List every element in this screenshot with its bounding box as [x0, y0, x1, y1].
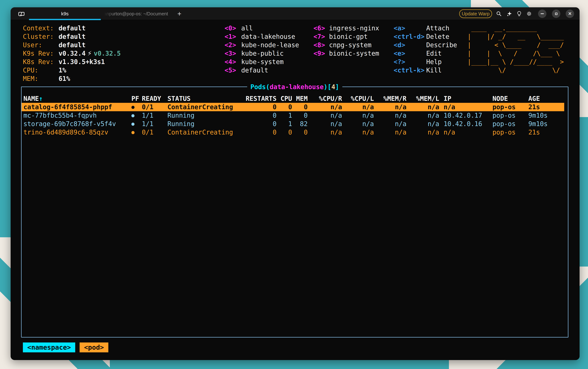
hotkey-ns-bionic-gpt[interactable]: <7>bionic-gpt: [313, 32, 379, 41]
pod-status-dot: ●: [131, 128, 140, 136]
upgrade-bolt-icon: ⚡: [86, 49, 94, 58]
lightbulb-icon[interactable]: [516, 10, 523, 17]
tabs-overview-icon[interactable]: [18, 11, 24, 16]
column-header-cpu-l[interactable]: %CPU/L: [342, 94, 374, 103]
sort-arrow-icon: ↑: [39, 95, 43, 102]
column-header-node[interactable]: NODE: [493, 94, 528, 103]
pod-status-dot: ●: [131, 111, 140, 120]
pod-status-dot: ●: [131, 103, 140, 111]
tab-k9s[interactable]: k9s: [28, 7, 102, 20]
search-icon[interactable]: [495, 10, 503, 17]
table-row-storage[interactable]: storage-69b7c8768f-v5f4v ● 1/1 Running 0…: [21, 120, 568, 128]
column-header-pf[interactable]: PF: [131, 94, 140, 103]
namespace-hotkeys-col2: <6>ingress-nginx <7>bionic-gpt <8>cnpg-s…: [313, 24, 379, 58]
namespace-hotkeys-col1: <0>all <1>data-lakehouse <2>kube-node-le…: [225, 24, 299, 74]
column-header-mem-l[interactable]: %MEM/L: [406, 94, 439, 103]
hotkey-ns-bionic-system[interactable]: <9>bionic-system: [313, 49, 379, 58]
hotkey-help[interactable]: <?>Help: [394, 58, 457, 66]
column-header-cpu[interactable]: CPU: [277, 94, 292, 103]
tab-bar: k9s anpurton@pop-os: ~/Document + Update…: [10, 7, 580, 20]
column-header-status[interactable]: STATUS: [165, 94, 242, 103]
cluster-info-panel: Context:default Cluster:default User:def…: [23, 24, 121, 83]
hotkey-ns-all[interactable]: <0>all: [225, 24, 299, 32]
k9s-terminal: Context:default Cluster:default User:def…: [10, 20, 580, 360]
column-header-mem[interactable]: MEM: [292, 94, 308, 103]
info-context: Context:default: [23, 24, 121, 32]
table-header-row: NAME↑ PF READY STATUS RESTARTS CPU MEM %…: [21, 94, 568, 103]
info-mem: MEM:61%: [23, 74, 121, 83]
column-header-name[interactable]: NAME↑: [23, 94, 131, 103]
column-header-mem-r[interactable]: %MEM/R: [374, 94, 406, 103]
new-tab-button[interactable]: +: [174, 7, 185, 20]
table-row-mc[interactable]: mc-77bfbc55b4-fqpvh ● 1/1 Running 0 1 0 …: [21, 111, 568, 120]
table-row-catalog[interactable]: catalog-6f4f85854-phppf ● 0/1 ContainerC…: [21, 103, 564, 111]
hotkey-ns-kube-node-lease[interactable]: <2>kube-node-lease: [225, 41, 299, 49]
tab-k9s-label: k9s: [61, 11, 68, 17]
info-k9s-rev: K9s Rev:v0.32.4⚡v0.32.5: [23, 49, 121, 58]
column-header-ready[interactable]: READY: [140, 94, 165, 103]
hotkey-attach[interactable]: <a>Attach: [394, 24, 457, 32]
hotkey-ns-cnpg-system[interactable]: <8>cnpg-system: [313, 41, 379, 49]
info-k8s-rev: K8s Rev:v1.30.5+k3s1: [23, 58, 121, 66]
settings-gear-icon[interactable]: [526, 10, 533, 17]
ai-sparkle-icon[interactable]: [506, 10, 513, 17]
column-header-cpu-r[interactable]: %CPU/R: [308, 94, 342, 103]
hotkey-edit[interactable]: <e>Edit: [394, 49, 457, 58]
warp-terminal-window: k9s anpurton@pop-os: ~/Document + Update…: [10, 7, 580, 360]
pods-table-title: Pods(data-lakehouse)[4]: [247, 83, 342, 91]
hotkey-kill[interactable]: <ctrl-k>Kill: [394, 66, 457, 74]
crumb-pod[interactable]: <pod>: [80, 342, 108, 352]
command-hotkeys: <a>Attach <ctrl-d>Delete <d>Describe <e>…: [394, 24, 457, 74]
info-user: User:default: [23, 41, 121, 49]
column-header-restarts[interactable]: RESTARTS: [242, 94, 277, 103]
info-cluster: Cluster:default: [23, 32, 121, 41]
update-warp-button[interactable]: Update Warp: [459, 9, 492, 18]
hotkey-describe[interactable]: <d>Describe: [394, 41, 457, 49]
breadcrumb: <namespace> <pod>: [23, 342, 108, 352]
crumb-namespace[interactable]: <namespace>: [23, 342, 75, 352]
tab-terminal-label: anpurton@pop-os: ~/Document: [104, 11, 168, 16]
active-tab-underline: [29, 19, 101, 20]
hotkey-ns-data-lakehouse[interactable]: <1>data-lakehouse: [225, 32, 299, 41]
minimize-button[interactable]: [538, 10, 547, 18]
info-cpu: CPU:1%: [23, 66, 121, 74]
hotkey-ns-default[interactable]: <5>default: [225, 66, 299, 74]
table-row-trino[interactable]: trino-6d489d89c6-85qzv ● 0/1 ContainerCr…: [21, 128, 568, 136]
tab-terminal-session[interactable]: anpurton@pop-os: ~/Document: [97, 7, 181, 20]
pods-table: Pods(data-lakehouse)[4] NAME↑ PF READY S…: [21, 87, 568, 338]
hotkey-ns-kube-public[interactable]: <3>kube-public: [225, 49, 299, 58]
column-header-age[interactable]: AGE: [528, 94, 566, 103]
hotkey-ns-kube-system[interactable]: <4>kube-system: [225, 58, 299, 66]
hotkey-ns-ingress-nginx[interactable]: <6>ingress-nginx: [313, 24, 379, 32]
hotkey-delete[interactable]: <ctrl-d>Delete: [394, 32, 457, 41]
close-button[interactable]: ✕: [566, 10, 574, 18]
column-header-ip[interactable]: IP: [439, 94, 493, 103]
pod-status-dot: ●: [131, 120, 140, 128]
k9s-ascii-logo: ____ __.________ | |/ _/ __ \______ | < …: [467, 24, 564, 74]
maximize-button[interactable]: [552, 10, 560, 18]
